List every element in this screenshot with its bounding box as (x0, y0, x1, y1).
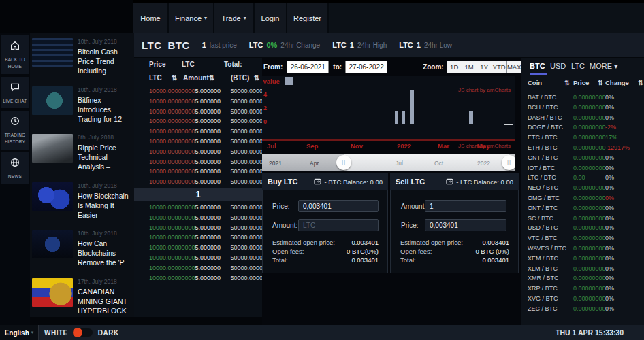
bid-row[interactable]: 10000.000000005.00000050000.000000 (134, 233, 262, 243)
market-row[interactable]: LTC / BTC0.000% (521, 173, 644, 183)
market-price: 0.00000000 (573, 304, 606, 314)
nav-item-login[interactable]: Login (255, 3, 287, 33)
navigator-right-handle[interactable]: || (502, 155, 515, 170)
news-item[interactable]: 10th. July 2018How Blockchain Is Making … (30, 177, 134, 225)
from-date-input[interactable] (287, 61, 329, 73)
chart-navigator[interactable]: 2021AprJulOct2022 || || (262, 154, 515, 171)
market-row[interactable]: ETC / BTC0.0000000017% (521, 133, 644, 143)
toggle-knob[interactable] (73, 328, 82, 337)
sidebar-item-label: NEWS (2, 173, 28, 180)
ask-row[interactable]: 10000.000000005.00000050000.000000 (134, 147, 262, 157)
market-row[interactable]: BCH / BTC0.000000000% (521, 103, 644, 113)
ask-row[interactable]: 10000.000000005.00000050000.000000 (134, 126, 262, 137)
to-date-input[interactable] (345, 61, 387, 73)
buy-price-input[interactable] (298, 200, 379, 212)
sell-summary-label: Open fees: (400, 247, 432, 256)
news-item[interactable]: 10th. July 2018Bitcoin Cash Price Trend … (30, 33, 134, 81)
sell-summary-row: Total:0.003401 (400, 256, 509, 265)
sort-icon[interactable]: ⇅ (172, 74, 177, 82)
market-row[interactable]: XLM / BTC0.000000000% (521, 264, 644, 274)
theme-toggle[interactable] (74, 328, 93, 337)
sell-balance: - LTC Balance: 0.00 (446, 178, 513, 186)
market-row[interactable]: GNT / BTC0.000000000% (521, 153, 644, 163)
ask-row[interactable]: 10000.000000005.00000050000.000000 (134, 167, 262, 177)
zoom-button-1m[interactable]: 1M (462, 61, 477, 73)
news-item[interactable]: 17th. July 2018CANADIAN MINING GIANT HYP… (30, 273, 134, 317)
nav-item-finance[interactable]: Finance▾ (169, 3, 214, 33)
sidebar-item-back-to-home[interactable]: BACK TO HOME (1, 35, 29, 74)
market-row[interactable]: XMR / BTC0.000000000% (521, 273, 644, 284)
sidebar-item-trading-history[interactable]: TRADING HISTORY (1, 111, 29, 150)
market-row[interactable]: VTC / BTC0.000000000% (521, 233, 644, 243)
market-row[interactable]: ZEC / BTC0.000000000% (521, 304, 644, 314)
sell-price-input[interactable] (425, 219, 506, 231)
zoom-button-1y[interactable]: 1Y (477, 61, 492, 73)
ob-sub-amount: Amount (183, 74, 209, 82)
market-row[interactable]: ETH / BTC0.00000000-12917% (521, 143, 644, 153)
ask-row[interactable]: 10000.000000005.00000050000.000000 (134, 177, 262, 187)
order-amount: 5.000000 (195, 167, 231, 177)
ask-row[interactable]: 10000.000000005.00000050000.000000 (134, 97, 262, 107)
bid-row[interactable]: 10000.000000005.00000050000.000000 (134, 243, 262, 253)
market-row[interactable]: IOT / BTC0.000000000% (521, 163, 644, 173)
bid-row[interactable]: 10000.000000005.00000050000.000000 (134, 273, 262, 284)
news-item[interactable]: 8th. July 2018Ripple Price Technical Ana… (30, 129, 134, 177)
market-row[interactable]: SC / BTC0.000000000% (521, 214, 644, 224)
sort-icon[interactable]: ⇅ (209, 74, 214, 82)
market-row[interactable]: XRP / BTC0.000000000% (521, 284, 644, 294)
sort-icon[interactable]: ⇅ (564, 79, 570, 86)
ask-row[interactable]: 10000.000000005.00000050000.000000 (134, 157, 262, 167)
nav-item-register[interactable]: Register (287, 3, 329, 33)
zoom-button-max[interactable]: MAX (506, 61, 522, 73)
navigator-left-handle[interactable]: || (336, 155, 351, 170)
orderbook-panel: Price LTC Total: LTC ⇅ Amount ⇅ (BTC) ⇅ … (134, 58, 262, 317)
sell-amount-label: Amount: (401, 203, 426, 210)
buy-balance: - BTC Balance: 0.00 (314, 178, 383, 186)
nav-item-label: Register (293, 14, 321, 22)
bid-row[interactable]: 10000.000000005.00000050000.000000 (134, 263, 262, 273)
tab-usd[interactable]: USD (550, 62, 566, 70)
sort-icon[interactable]: ⇅ (598, 79, 603, 86)
zoom-button-ytd[interactable]: YTD (492, 61, 507, 73)
sell-amount-input[interactable] (425, 200, 506, 212)
market-row[interactable]: BAT / BTC0.000000000% (521, 92, 644, 103)
market-row[interactable]: ONT / BTC0.000000000% (521, 203, 644, 214)
sidebar-item-news[interactable]: NEWS (1, 152, 29, 184)
bid-row[interactable]: 10000.000000005.00000050000.000000 (134, 213, 262, 223)
language-selector[interactable]: English ▾ (0, 325, 39, 340)
news-item[interactable]: 10th. July 2018How Can Blockchains Remov… (30, 224, 134, 273)
market-row[interactable]: DASH / BTC0.000000000% (521, 113, 644, 123)
sort-icon[interactable]: ⇅ (638, 79, 643, 86)
tab-more[interactable]: MORE ▾ (590, 62, 618, 71)
ask-row[interactable]: 10000.000000005.00000050000.000000 (134, 137, 262, 147)
ask-row[interactable]: 10000.000000005.00000050000.000000 (134, 116, 262, 126)
ask-row[interactable]: 10000.000000005.00000050000.000000 (134, 86, 262, 97)
ask-row[interactable]: 10000.000000005.00000050000.000000 (134, 107, 262, 117)
buy-amount-input[interactable] (298, 219, 379, 231)
bid-row[interactable]: 10000.000000005.00000050000.000000 (134, 223, 262, 233)
market-row[interactable]: USD / BTC0.000000000% (521, 223, 644, 233)
tab-ltc[interactable]: LTC (571, 62, 585, 70)
news-item[interactable]: 10th. July 2018Bitfinex Introduces Tradi… (30, 81, 134, 129)
zoom-label: Zoom: (423, 63, 444, 71)
market-coin: IOT / BTC (528, 163, 555, 173)
market-change: 0% (605, 113, 614, 123)
bid-row[interactable]: 10000.000000005.00000050000.000000 (134, 203, 262, 213)
market-row[interactable]: NEO / BTC0.000000000% (521, 183, 644, 193)
sort-icon[interactable]: ⇅ (254, 74, 259, 82)
bid-row[interactable]: 10000.000000005.00000050000.000000 (134, 253, 262, 263)
pair-header-bar: LTC_BTC 1 last price LTC 0% 24hr Change … (133, 33, 644, 58)
buy-summary-label: Estimated open price: (272, 238, 335, 247)
nav-item-trade[interactable]: Trade▾ (214, 3, 255, 33)
market-row[interactable]: XEM / BTC0.000000000% (521, 254, 644, 264)
order-amount: 5.000000 (195, 137, 231, 147)
orderbook-group-header: Price LTC Total: (134, 58, 262, 71)
tab-btc[interactable]: BTC (530, 62, 545, 70)
zoom-button-1d[interactable]: 1D (447, 61, 462, 73)
sidebar-item-live-chat[interactable]: LIVE CHAT (1, 77, 29, 109)
market-row[interactable]: WAVES / BTC0.000000000% (521, 243, 644, 254)
market-row[interactable]: DOGE / BTC0.00000000-2% (521, 122, 644, 133)
market-row[interactable]: XVG / BTC0.000000000% (521, 294, 644, 304)
nav-item-home[interactable]: Home (133, 3, 169, 33)
market-row[interactable]: OMG / BTC0.000000000% (521, 193, 644, 203)
